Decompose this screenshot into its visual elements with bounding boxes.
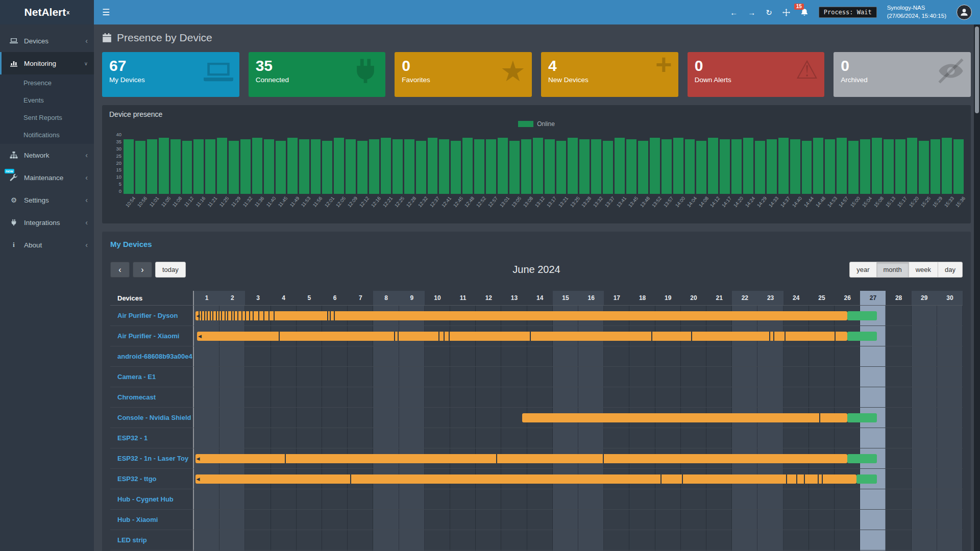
day-cell	[912, 306, 937, 325]
x-tick-label: 12:05	[335, 195, 347, 208]
presence-event-bar[interactable]	[195, 454, 848, 463]
day-header-row: 1234567891011121314151617181920212223242…	[193, 291, 963, 306]
day-cell	[937, 387, 963, 407]
vertical-scrollbar[interactable]	[974, 24, 980, 551]
chart-bar	[579, 139, 590, 194]
day-cell	[783, 489, 809, 509]
sidebar-subitem-notifications[interactable]: Notifications	[0, 127, 94, 144]
back-arrow-icon[interactable]: ←	[730, 9, 738, 16]
chart-bar	[381, 138, 391, 194]
day-cell	[937, 306, 963, 325]
sidebar-item-maintenance[interactable]: new Maintenance ‹	[0, 166, 94, 189]
view-week-button[interactable]: week	[909, 262, 938, 278]
device-name[interactable]: Air Purifier - Xiaomi	[110, 326, 193, 346]
day-cell	[783, 346, 809, 366]
presence-event-bar[interactable]	[195, 311, 848, 320]
device-row: LED strip	[110, 530, 963, 550]
x-tick-label: 13:05	[510, 195, 523, 208]
presence-event-bar[interactable]	[847, 454, 877, 463]
day-cell	[219, 428, 245, 448]
device-name[interactable]: Air Purifier - Dyson	[110, 306, 193, 326]
sidebar-item-settings[interactable]: ⚙ Settings ‹	[0, 189, 94, 211]
x-tick-label: 10:54	[125, 195, 137, 208]
day-cell	[425, 489, 450, 509]
stat-card-down-alerts[interactable]: 0 Down Alerts ⚠	[688, 52, 825, 97]
prev-month-button[interactable]: ‹	[110, 262, 130, 278]
device-name[interactable]: ESP32 - 1	[110, 428, 193, 448]
device-name[interactable]: ESP32 - ttgo	[110, 469, 193, 489]
device-name[interactable]: Chromecast	[110, 387, 193, 408]
x-tick-label: 11:36	[253, 195, 265, 208]
user-avatar[interactable]	[957, 5, 972, 20]
day-cell	[219, 408, 245, 428]
presence-event-bar[interactable]	[847, 413, 877, 422]
forward-arrow-icon[interactable]: →	[748, 9, 755, 16]
chart-bar	[159, 138, 169, 194]
device-name[interactable]: LED strip	[110, 530, 193, 550]
hamburger-icon[interactable]: ☰	[102, 7, 110, 18]
sidebar-item-label: Integrations	[24, 219, 85, 227]
x-tick-label: 15:33	[943, 195, 955, 208]
day-cell	[655, 530, 681, 550]
day-header-cell: 8	[373, 291, 399, 305]
legend-swatch	[518, 121, 533, 127]
stat-card-archived[interactable]: 0 Archived	[834, 52, 971, 97]
sidebar-item-network[interactable]: Network ‹	[0, 144, 94, 166]
presence-event-bar[interactable]	[197, 332, 847, 341]
day-cell	[399, 408, 425, 428]
day-cell	[399, 510, 425, 530]
sidebar-item-integrations[interactable]: Integrations ‹	[0, 211, 94, 234]
presence-event-bar[interactable]	[195, 474, 856, 484]
presence-event-bar[interactable]	[847, 311, 877, 320]
device-name[interactable]: Camera - E1	[110, 367, 193, 387]
day-cell	[629, 510, 655, 530]
app-logo[interactable]: NetAlertx	[0, 0, 94, 24]
x-tick-label: 11:01	[148, 195, 160, 208]
view-day-button[interactable]: day	[938, 262, 963, 278]
day-header-cell: 27	[860, 291, 886, 305]
day-cell	[912, 469, 937, 489]
device-name[interactable]: Hub - Xiaomi	[110, 510, 193, 530]
view-year-button[interactable]: year	[849, 262, 876, 278]
x-tick-label: 14:12	[709, 195, 721, 208]
stat-card-new-devices[interactable]: 4 New Devices +	[541, 52, 678, 97]
continues-left-arrow-icon: ◀	[197, 456, 200, 461]
device-name[interactable]: Console - Nvidia Shield TV	[110, 408, 193, 428]
x-tick-label: 13:08	[522, 195, 534, 208]
sidebar-item-monitoring[interactable]: Monitoring ∨	[0, 52, 94, 74]
device-name[interactable]: ESP32 - 1n - Laser Toy	[110, 448, 193, 469]
stat-card-my-devices[interactable]: 67 My Devices	[102, 52, 239, 97]
sidebar-item-devices[interactable]: Devices ‹	[0, 30, 94, 52]
refresh-icon[interactable]: ↻	[766, 9, 772, 16]
sidebar-subitem-presence[interactable]: Presence	[0, 74, 94, 92]
y-tick-label: 30	[109, 146, 121, 152]
day-cell	[937, 408, 963, 428]
notifications-bell-icon[interactable]: 15	[800, 8, 808, 16]
sidebar-subitem-sent-reports[interactable]: Sent Reports	[0, 109, 94, 127]
y-tick-label: 15	[109, 167, 121, 172]
sidebar-item-about[interactable]: i About ‹	[0, 234, 94, 256]
day-cell	[527, 489, 553, 509]
move-arrows-icon[interactable]	[782, 9, 790, 16]
presence-event-bar[interactable]	[847, 332, 877, 341]
day-cell	[809, 489, 835, 509]
presence-event-bar[interactable]	[522, 413, 848, 422]
stat-card-connected[interactable]: 35 Connected	[249, 52, 386, 97]
device-name[interactable]: Hub - Cygnet Hub	[110, 489, 193, 510]
stat-card-favorites[interactable]: 0 Favorites ★	[395, 52, 532, 97]
scrollbar-thumb[interactable]	[975, 27, 979, 113]
process-status-badge[interactable]: Process: Wait	[819, 7, 877, 18]
day-cell	[629, 489, 655, 509]
laptop-icon	[9, 37, 19, 45]
today-button[interactable]: today	[155, 262, 186, 278]
device-name[interactable]: android-68608b93a00e4	[110, 346, 193, 367]
next-month-button[interactable]: ›	[133, 262, 152, 278]
device-timeline: ◀	[193, 326, 963, 346]
x-tick-label: 15:13	[885, 195, 897, 208]
presence-event-bar[interactable]	[856, 474, 877, 484]
day-cell	[476, 428, 501, 448]
view-month-button[interactable]: month	[876, 262, 909, 278]
day-cell	[553, 387, 578, 407]
sidebar-subitem-events[interactable]: Events	[0, 92, 94, 109]
chevron-left-icon: ‹	[85, 196, 88, 204]
